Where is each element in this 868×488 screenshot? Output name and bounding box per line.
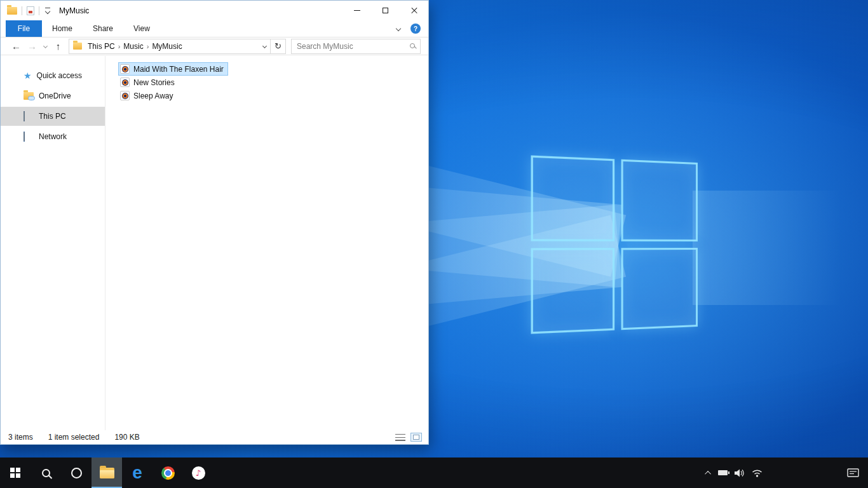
tab-share[interactable]: Share [83, 20, 123, 37]
battery-icon[interactable] [718, 470, 728, 475]
refresh-button[interactable]: ↻ [271, 39, 286, 54]
search-box [291, 39, 421, 54]
status-item-count: 3 items [8, 433, 33, 442]
file-name: Sleep Away [133, 92, 173, 100]
file-list[interactable]: Maid With The Flaxen Hair New Stories Sl… [105, 56, 428, 430]
window-title: MyMusic [59, 6, 89, 15]
desktop: MyMusic File Home Share View ? ← → ↑ [0, 0, 868, 488]
file-item-selected[interactable]: Maid With The Flaxen Hair [118, 62, 228, 76]
edge-browser-icon [132, 466, 142, 480]
taskbar-file-explorer-button[interactable] [92, 458, 122, 488]
taskbar-chrome-button[interactable] [153, 458, 183, 488]
sidebar-item-onedrive[interactable]: OneDrive [1, 86, 105, 105]
address-folder-icon [73, 43, 82, 50]
address-dropdown-chevron-icon[interactable] [262, 44, 267, 48]
breadcrumb-this-pc[interactable]: This PC [85, 42, 118, 51]
sidebar-item-label: This PC [39, 112, 66, 121]
help-button[interactable]: ? [410, 24, 421, 34]
status-size: 190 KB [114, 433, 139, 442]
start-button[interactable] [0, 458, 31, 488]
close-icon [410, 7, 418, 15]
chrome-icon [161, 466, 175, 480]
separator [39, 6, 39, 15]
action-center-icon [847, 468, 859, 478]
minimize-icon [354, 10, 360, 11]
navigation-pane: ★ Quick access OneDrive This PC Network [1, 56, 105, 430]
quick-access-star-icon: ★ [24, 71, 32, 80]
action-center-button[interactable] [837, 458, 868, 488]
file-name: New Stories [133, 78, 175, 87]
status-bar: 3 items 1 item selected 190 KB [1, 430, 428, 444]
tab-file[interactable]: File [6, 20, 42, 37]
wifi-icon[interactable] [752, 469, 763, 477]
tab-view[interactable]: View [123, 20, 160, 37]
this-pc-monitor-icon [24, 112, 34, 121]
sidebar-item-label: Quick access [37, 71, 82, 80]
window-folder-icon [7, 7, 17, 15]
file-explorer-icon [100, 468, 114, 478]
qat-customize-chevron-icon[interactable] [44, 7, 51, 15]
breadcrumb-mymusic[interactable]: MyMusic [149, 42, 185, 51]
title-bar[interactable]: MyMusic [1, 1, 428, 20]
minimize-button[interactable] [342, 1, 371, 20]
address-bar[interactable]: This PC › Music › MyMusic [69, 39, 271, 54]
onedrive-icon [24, 92, 34, 100]
cortana-icon [71, 468, 82, 478]
system-tray [707, 458, 763, 488]
file-item[interactable]: Sleep Away [118, 89, 178, 102]
back-button[interactable]: ← [8, 41, 24, 51]
close-button[interactable] [400, 1, 428, 20]
taskbar-edge-button[interactable] [122, 458, 153, 488]
ribbon-tab-bar: File Home Share View ? [1, 20, 428, 37]
sidebar-item-label: OneDrive [39, 92, 71, 100]
music-file-icon [120, 78, 130, 87]
up-button[interactable]: ↑ [50, 41, 66, 51]
search-input[interactable] [292, 39, 420, 53]
network-icon [24, 132, 34, 141]
file-explorer-window: MyMusic File Home Share View ? ← → ↑ [0, 0, 429, 445]
volume-icon[interactable] [735, 469, 745, 477]
expand-ribbon-chevron-icon[interactable] [396, 26, 401, 31]
sidebar-item-this-pc[interactable]: This PC [1, 107, 105, 126]
itunes-icon [192, 466, 205, 480]
file-name: Maid With The Flaxen Hair [133, 65, 224, 74]
separator [22, 6, 22, 15]
music-file-icon [120, 91, 130, 100]
sidebar-item-network[interactable]: Network [1, 127, 105, 146]
status-selection: 1 item selected [48, 433, 100, 442]
details-view-button[interactable] [395, 434, 405, 441]
music-file-icon [120, 64, 130, 74]
chevron-down-icon [43, 44, 47, 48]
window-controls [342, 1, 428, 20]
file-item[interactable]: New Stories [118, 76, 179, 89]
qat-properties-icon[interactable] [27, 6, 34, 15]
taskbar [0, 458, 868, 488]
thumbnails-view-button[interactable] [410, 433, 422, 442]
tab-home[interactable]: Home [42, 20, 83, 37]
sidebar-item-label: Network [39, 132, 67, 141]
quick-access-toolbar [7, 6, 51, 15]
forward-button[interactable]: → [24, 41, 40, 51]
sidebar-item-quick-access[interactable]: ★ Quick access [1, 66, 105, 85]
maximize-icon [383, 8, 388, 13]
recent-locations-chevron[interactable] [40, 44, 50, 48]
search-icon [410, 43, 415, 48]
maximize-button[interactable] [371, 1, 400, 20]
search-icon [42, 469, 50, 477]
navigation-toolbar: ← → ↑ This PC › Music › MyMusic ↻ [1, 37, 428, 55]
breadcrumb-music[interactable]: Music [120, 42, 146, 51]
windows-start-icon [10, 468, 20, 478]
taskbar-itunes-button[interactable] [183, 458, 214, 488]
taskbar-search-button[interactable] [31, 458, 61, 488]
show-hidden-icons-chevron-icon[interactable] [705, 470, 711, 477]
taskbar-cortana-button[interactable] [61, 458, 92, 488]
